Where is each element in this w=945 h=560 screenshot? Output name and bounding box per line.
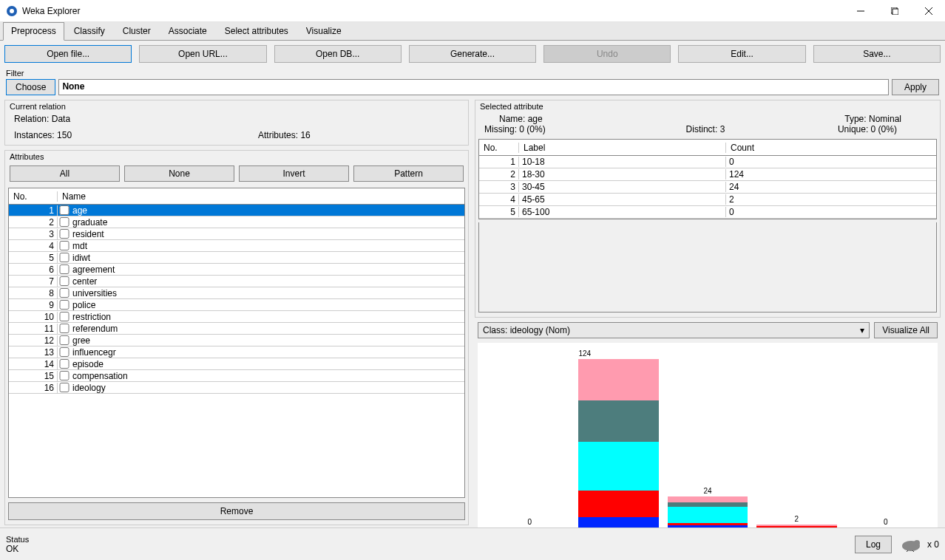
sel-type-value: Nominal	[869, 114, 901, 124]
visualize-all-button[interactable]: Visualize All	[874, 322, 938, 338]
open-file-button[interactable]: Open file...	[4, 45, 132, 63]
attr-checkbox[interactable]	[59, 276, 70, 286]
choose-button[interactable]: Choose	[6, 79, 55, 95]
attributes-value: 16	[300, 130, 310, 140]
save-button[interactable]: Save...	[813, 45, 941, 63]
open-db-button[interactable]: Open DB...	[274, 45, 402, 63]
attr-row[interactable]: 5idiwt	[9, 252, 464, 264]
attr-checkbox[interactable]	[59, 217, 70, 227]
svg-line-9	[907, 550, 908, 552]
edit-button[interactable]: Edit...	[678, 45, 805, 63]
sel-missing-label: Missing:	[484, 124, 517, 134]
sel-header-count: Count	[726, 143, 936, 153]
sel-row: 218-30124	[479, 168, 936, 181]
attr-row[interactable]: 3resident	[9, 228, 464, 240]
attr-row[interactable]: 13influencegr	[9, 346, 464, 358]
attr-checkbox[interactable]	[59, 205, 70, 215]
attr-checkbox[interactable]	[59, 324, 70, 333]
attr-row[interactable]: 7center	[9, 276, 464, 287]
tabbar: PreprocessClassifyClusterAssociateSelect…	[0, 22, 945, 41]
attributes-table: No. Name 1age2graduate3resident4mdt5idiw…	[8, 188, 465, 498]
attr-checkbox[interactable]	[59, 264, 70, 274]
attr-checkbox[interactable]	[59, 253, 70, 262]
sel-unique-value: 0 (0%)	[871, 124, 897, 134]
attr-checkbox[interactable]	[59, 371, 70, 380]
none-button[interactable]: None	[124, 165, 234, 182]
tab-cluster[interactable]: Cluster	[115, 22, 159, 40]
attr-checkbox[interactable]	[59, 241, 70, 250]
titlebar: Weka Explorer	[0, 0, 945, 22]
sel-header-no: No.	[479, 143, 519, 153]
filter-text[interactable]: None	[58, 79, 889, 95]
filter-panel: Filter Choose None Apply	[0, 67, 945, 100]
chart-bar: 24	[668, 496, 748, 527]
selected-table: No. Label Count 110-180218-30124330-4524…	[478, 139, 937, 219]
attr-row[interactable]: 6agreement	[9, 264, 464, 276]
maximize-button[interactable]	[884, 1, 905, 21]
selected-attribute-panel: Selected attribute Name: age Type: Nomin…	[475, 100, 941, 318]
toolbar: Open file... Open URL... Open DB... Gene…	[0, 41, 945, 67]
attr-row[interactable]: 15compensation	[9, 370, 464, 382]
attributes-title: Attributes	[5, 151, 468, 163]
relation-value: Data	[52, 114, 70, 124]
sel-name-label: Name:	[499, 114, 525, 124]
close-button[interactable]	[918, 1, 939, 21]
app-icon	[6, 5, 18, 17]
chevron-down-icon: ▾	[860, 325, 864, 335]
class-select[interactable]: Class: ideology (Nom) ▾	[478, 322, 870, 338]
attr-row[interactable]: 2graduate	[9, 216, 464, 228]
sel-type-label: Type:	[844, 114, 866, 124]
attr-checkbox[interactable]	[59, 383, 70, 392]
instances-value: 150	[57, 130, 72, 140]
current-relation-panel: Current relation Relation: Data Instance…	[4, 100, 469, 146]
attr-row[interactable]: 14episode	[9, 358, 464, 370]
sel-row: 110-180	[479, 156, 936, 168]
log-button[interactable]: Log	[855, 536, 892, 553]
generate-button[interactable]: Generate...	[409, 45, 536, 63]
attr-checkbox[interactable]	[59, 312, 70, 321]
status-x0: x 0	[927, 539, 939, 550]
attr-checkbox[interactable]	[59, 335, 70, 345]
sel-unique-label: Unique:	[838, 124, 868, 134]
attr-checkbox[interactable]	[59, 300, 70, 310]
attr-row[interactable]: 12gree	[9, 335, 464, 346]
tab-select-attributes[interactable]: Select attributes	[217, 22, 297, 40]
attr-row[interactable]: 11referendum	[9, 323, 464, 335]
open-url-button[interactable]: Open URL...	[139, 45, 266, 63]
attr-row[interactable]: 9police	[9, 299, 464, 311]
chart-bar: 2	[756, 525, 836, 527]
attr-header-name: Name	[58, 191, 464, 202]
sel-header-label: Label	[519, 143, 726, 153]
sel-name-value: age	[528, 114, 543, 124]
pattern-button[interactable]: Pattern	[353, 165, 464, 182]
attr-row[interactable]: 4mdt	[9, 240, 464, 252]
attributes-panel: Attributes All None Invert Pattern No. N…	[4, 150, 469, 525]
attributes-label: Attributes:	[258, 130, 298, 140]
tab-preprocess[interactable]: Preprocess	[3, 22, 64, 41]
status-bar: Status OK Log x 0	[0, 527, 945, 560]
attr-row[interactable]: 10restriction	[9, 311, 464, 323]
chart-bar: 124	[578, 359, 658, 527]
sel-row: 445-652	[479, 194, 936, 206]
tab-visualize[interactable]: Visualize	[298, 22, 350, 40]
tab-classify[interactable]: Classify	[66, 22, 113, 40]
attr-row[interactable]: 1age	[9, 205, 464, 216]
all-button[interactable]: All	[10, 165, 120, 182]
instances-label: Instances:	[14, 130, 55, 140]
filter-label: Filter	[6, 69, 939, 78]
attr-checkbox[interactable]	[59, 359, 70, 369]
invert-button[interactable]: Invert	[239, 165, 349, 182]
remove-button[interactable]: Remove	[8, 502, 465, 520]
attr-checkbox[interactable]	[59, 229, 70, 239]
minimize-button[interactable]	[850, 1, 871, 21]
sel-missing-value: 0 (0%)	[519, 124, 545, 134]
attr-row[interactable]: 16ideology	[9, 382, 464, 394]
attr-checkbox[interactable]	[59, 347, 70, 357]
attr-checkbox[interactable]	[59, 288, 70, 298]
attr-row[interactable]: 8universities	[9, 287, 464, 299]
status-label: Status	[6, 535, 855, 544]
sel-row: 565-1000	[479, 206, 936, 219]
apply-button[interactable]: Apply	[892, 79, 939, 95]
tab-associate[interactable]: Associate	[160, 22, 215, 40]
sel-distinct-value: 3	[720, 124, 725, 134]
